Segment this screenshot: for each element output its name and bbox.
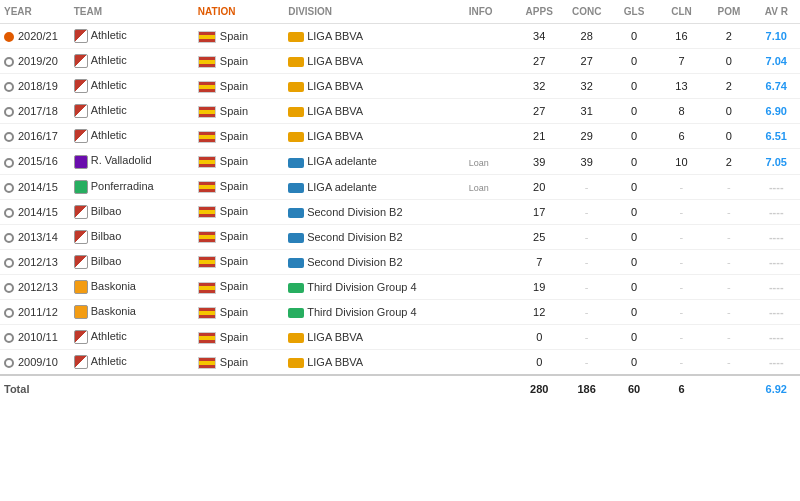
division-icon [288, 82, 304, 92]
cell-nation: Spain [194, 49, 284, 74]
cell-team: Athletic [70, 49, 194, 74]
cell-nation: Spain [194, 300, 284, 325]
cell-gls: 0 [610, 124, 657, 149]
flag-icon [198, 181, 216, 193]
flag-icon [198, 307, 216, 319]
col-gls: GLS [610, 0, 657, 24]
cell-team: Athletic [70, 350, 194, 376]
cell-gls: 0 [610, 224, 657, 249]
cell-cln: - [658, 224, 705, 249]
cell-gls: 0 [610, 325, 657, 350]
col-pom: POM [705, 0, 752, 24]
cell-pom: - [705, 249, 752, 274]
cell-team: Athletic [70, 124, 194, 149]
table-row: 2009/10AthleticSpainLIGA BBVA0-0------ [0, 350, 800, 376]
cell-info [465, 224, 516, 249]
cell-info: Loan [465, 149, 516, 174]
cell-conc: - [563, 350, 610, 376]
cell-avr: ---- [753, 300, 800, 325]
cell-avr: ---- [753, 274, 800, 299]
cell-gls: 0 [610, 174, 657, 199]
col-nation: NATION [194, 0, 284, 24]
division-icon [288, 57, 304, 67]
cell-avr: 7.05 [753, 149, 800, 174]
division-icon [288, 158, 304, 168]
active-indicator [4, 333, 14, 343]
cell-nation: Spain [194, 124, 284, 149]
cell-apps: 0 [516, 350, 563, 376]
col-team: TEAM [70, 0, 194, 24]
cell-gls: 0 [610, 24, 657, 49]
cell-apps: 39 [516, 149, 563, 174]
cell-year: 2012/13 [0, 274, 70, 299]
flag-icon [198, 131, 216, 143]
cell-avr: 6.90 [753, 99, 800, 124]
cell-avr: ---- [753, 174, 800, 199]
active-indicator [4, 233, 14, 243]
cell-team: Athletic [70, 74, 194, 99]
team-icon [74, 255, 88, 269]
active-indicator [4, 208, 14, 218]
cell-pom: - [705, 224, 752, 249]
cell-division: Second Division B2 [284, 249, 465, 274]
cell-division: LIGA BBVA [284, 24, 465, 49]
division-icon [288, 283, 304, 293]
cell-gls: 0 [610, 350, 657, 376]
cell-division: LIGA BBVA [284, 49, 465, 74]
flag-icon [198, 31, 216, 43]
cell-avr: 6.74 [753, 74, 800, 99]
flag-icon [198, 256, 216, 268]
cell-apps: 17 [516, 199, 563, 224]
cell-conc: - [563, 325, 610, 350]
flag-icon [198, 56, 216, 68]
table-row: 2012/13BilbaoSpainSecond Division B27-0-… [0, 249, 800, 274]
col-apps: APPS [516, 0, 563, 24]
team-icon [74, 280, 88, 294]
col-year: YEAR [0, 0, 70, 24]
cell-gls: 0 [610, 300, 657, 325]
cell-year: 2013/14 [0, 224, 70, 249]
cell-team: Ponferradina [70, 174, 194, 199]
cell-team: Athletic [70, 24, 194, 49]
table-row: 2015/16R. ValladolidSpainLIGA adelanteLo… [0, 149, 800, 174]
cell-nation: Spain [194, 74, 284, 99]
team-icon [74, 155, 88, 169]
team-icon [74, 29, 88, 43]
cell-nation: Spain [194, 199, 284, 224]
cell-gls: 0 [610, 74, 657, 99]
cell-info [465, 74, 516, 99]
cell-year: 2016/17 [0, 124, 70, 149]
cell-team: Baskonia [70, 300, 194, 325]
active-indicator [4, 57, 14, 67]
cell-avr: ---- [753, 325, 800, 350]
cell-pom: 2 [705, 24, 752, 49]
totals-cln: 6 [658, 375, 705, 402]
cell-cln: 7 [658, 49, 705, 74]
active-indicator [4, 358, 14, 368]
active-indicator [4, 158, 14, 168]
table-row: 2016/17AthleticSpainLIGA BBVA21290606.51 [0, 124, 800, 149]
cell-division: LIGA BBVA [284, 350, 465, 376]
col-division: DIVISION [284, 0, 465, 24]
table-row: 2012/13BaskoniaSpainThird Division Group… [0, 274, 800, 299]
cell-pom: 2 [705, 149, 752, 174]
totals-apps: 280 [516, 375, 563, 402]
cell-apps: 27 [516, 99, 563, 124]
table-row: 2019/20AthleticSpainLIGA BBVA27270707.04 [0, 49, 800, 74]
cell-gls: 0 [610, 49, 657, 74]
cell-gls: 0 [610, 274, 657, 299]
flag-icon [198, 332, 216, 344]
cell-division: Third Division Group 4 [284, 274, 465, 299]
active-indicator [4, 32, 14, 42]
cell-info: Loan [465, 174, 516, 199]
cell-apps: 21 [516, 124, 563, 149]
cell-info [465, 249, 516, 274]
division-icon [288, 32, 304, 42]
cell-division: LIGA BBVA [284, 325, 465, 350]
cell-apps: 19 [516, 274, 563, 299]
cell-nation: Spain [194, 174, 284, 199]
cell-pom: - [705, 350, 752, 376]
cell-division: Second Division B2 [284, 199, 465, 224]
cell-division: Third Division Group 4 [284, 300, 465, 325]
cell-nation: Spain [194, 249, 284, 274]
